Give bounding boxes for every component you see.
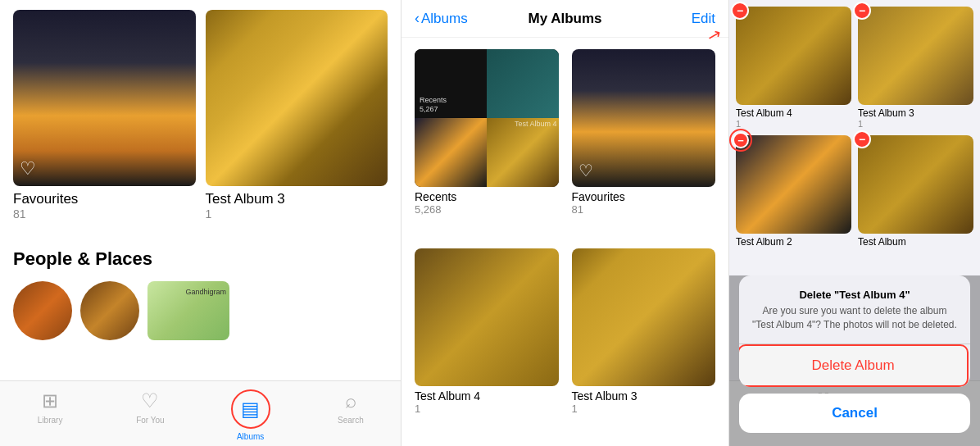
- recents-cell-1: Recents5,267: [415, 49, 487, 118]
- nav-back-button[interactable]: ‹ Albums: [415, 10, 468, 27]
- tab-bar-panel1: ⊞ Library ♡ For You ▤ Albums ⌕ Search: [0, 380, 401, 446]
- favourites-album-card[interactable]: ♡ Favourites 81: [13, 10, 196, 232]
- recents-cell-3: [415, 118, 487, 187]
- favourites-thumb[interactable]: ♡: [13, 10, 196, 186]
- tab-albums[interactable]: ▤ Albums: [201, 389, 301, 441]
- edit-album4-card[interactable]: − Test Album 4 1: [736, 7, 851, 129]
- albums-icon: ▤: [241, 398, 260, 421]
- library-icon: ⊞: [42, 389, 58, 412]
- tab-for-you[interactable]: ♡ For You: [100, 389, 200, 425]
- minus-badge-albumx[interactable]: −: [853, 130, 871, 148]
- panel-library: ♡ Favourites 81 Test Album 3 1 People & …: [0, 0, 402, 446]
- minus-badge-album4[interactable]: −: [731, 2, 749, 20]
- collage-recents-label: Recents5,267: [416, 94, 450, 116]
- test-album3-info: Test Album 3 1: [572, 389, 716, 415]
- recents-thumb: Recents5,267 Test Album 4: [415, 49, 559, 187]
- edit-albumx-card[interactable]: − Test Album: [858, 135, 973, 248]
- recents-name: Recents: [415, 190, 559, 203]
- edit-album2-info: Test Album 2: [736, 236, 851, 248]
- albums-grid: Recents5,267 Test Album 4 Recents 5,268 …: [402, 38, 728, 446]
- edit-albumx-info: Test Album: [858, 236, 973, 248]
- photo-grid: ♡ Favourites 81 Test Album 3 1: [13, 10, 388, 232]
- person-avatar-1[interactable]: [13, 281, 72, 340]
- alert-title-area: Delete "Test Album 4" Are you sure you w…: [739, 275, 970, 337]
- people-row: Gandhigram: [13, 281, 388, 340]
- alert-title: Delete "Test Album 4": [752, 289, 957, 301]
- test-album4-name: Test Album 4: [415, 389, 559, 403]
- edit-album3-thumb: [858, 7, 973, 105]
- people-places-heading: People & Places: [13, 248, 388, 270]
- map-thumbnail[interactable]: Gandhigram: [147, 281, 229, 340]
- cancel-button[interactable]: Cancel: [739, 394, 970, 433]
- test-album3-name-p2: Test Album 3: [572, 389, 716, 403]
- edit-album3-card[interactable]: − Test Album 3 1: [858, 7, 973, 129]
- edit-album2-name: Test Album 2: [736, 236, 851, 248]
- favourites-thumb-p2: ♡: [572, 49, 716, 187]
- delete-album-button[interactable]: Delete Album: [739, 344, 969, 387]
- favourites-count: 81: [13, 207, 196, 221]
- edit-album3-name: Test Album 3: [858, 107, 973, 119]
- tab-library[interactable]: ⊞ Library: [0, 389, 100, 425]
- test-album3-thumb[interactable]: [206, 10, 388, 186]
- minus-badge-album3[interactable]: −: [853, 2, 871, 20]
- edit-album3-count: 1: [858, 119, 973, 129]
- tab-search-label: Search: [338, 416, 364, 425]
- map-label: Gandhigram: [185, 288, 226, 296]
- edit-album2-thumb: [736, 135, 851, 234]
- search-icon: ⌕: [345, 389, 356, 412]
- alert-dialog: Delete "Test Album 4" Are you sure you w…: [739, 275, 970, 387]
- tab-library-label: Library: [38, 416, 63, 425]
- favourites-card-p2[interactable]: ♡ Favourites 81: [572, 49, 716, 235]
- panel-my-albums: ‹ Albums My Albums Edit ↗ Recents5,267 T…: [402, 0, 729, 446]
- test-album4-info: Test Album 4 1: [415, 389, 559, 415]
- edit-album4-name: Test Album 4: [736, 107, 851, 119]
- heart-overlay-icon: ♡: [578, 161, 593, 180]
- tab-albums-label: Albums: [237, 432, 264, 441]
- test-album3-thumb-p2: [572, 248, 716, 386]
- person-avatar-2[interactable]: [80, 281, 139, 340]
- favourites-info: Favourites 81: [572, 190, 716, 216]
- heart-icon: ♡: [20, 158, 36, 180]
- favourites-title: Favourites: [13, 191, 196, 207]
- recents-cell-4: Test Album 4: [487, 118, 559, 187]
- edit-albumx-thumb: [858, 135, 973, 234]
- edit-albumx-name: Test Album: [858, 236, 973, 248]
- nav-header: ‹ Albums My Albums Edit ↗: [402, 0, 728, 38]
- favourites-count-p2: 81: [572, 203, 716, 216]
- edit-album4-count: 1: [736, 119, 851, 129]
- alert-message: Are you sure you want to delete the albu…: [752, 304, 957, 332]
- minus-badge-album2[interactable]: −: [733, 132, 749, 148]
- nav-title: My Albums: [528, 11, 601, 27]
- test-album3-card[interactable]: Test Album 3 1: [206, 10, 388, 232]
- test-album3-count-p2: 1: [572, 403, 716, 415]
- edit-album2-card[interactable]: − Test Album 2: [736, 135, 851, 248]
- test-album3-count: 1: [206, 207, 388, 221]
- recents-card[interactable]: Recents5,267 Test Album 4 Recents 5,268: [415, 49, 559, 235]
- favourites-name-p2: Favourites: [572, 190, 716, 203]
- albums-circle-indicator: ▤: [231, 389, 270, 429]
- for-you-icon: ♡: [141, 389, 159, 412]
- back-label: Albums: [421, 11, 468, 27]
- alert-overlay: Delete "Test Album 4" Are you sure you w…: [729, 275, 980, 446]
- library-content: ♡ Favourites 81 Test Album 3 1 People & …: [0, 0, 401, 380]
- tab-search[interactable]: ⌕ Search: [301, 389, 401, 425]
- recents-count: 5,268: [415, 203, 559, 216]
- edit-album3-info: Test Album 3 1: [858, 107, 973, 129]
- back-chevron-icon: ‹: [415, 10, 420, 27]
- recents-info: Recents 5,268: [415, 190, 559, 216]
- test-album3-title: Test Album 3: [206, 191, 388, 207]
- alert-cancel-box: Cancel: [739, 394, 970, 433]
- test-album4-card[interactable]: Test Album 4 1: [415, 248, 559, 435]
- test-album4-count: 1: [415, 403, 559, 415]
- test-album3-card-p2[interactable]: Test Album 3 1: [572, 248, 716, 435]
- edit-album4-thumb: [736, 7, 851, 105]
- panel-edit-albums: − Test Album 4 1 − Test Album 3 1 − Test…: [729, 0, 980, 446]
- test-album4-thumb: [415, 248, 559, 386]
- recents-cell-2: [487, 49, 559, 118]
- edit-album4-info: Test Album 4 1: [736, 107, 851, 129]
- tab-for-you-label: For You: [136, 416, 164, 425]
